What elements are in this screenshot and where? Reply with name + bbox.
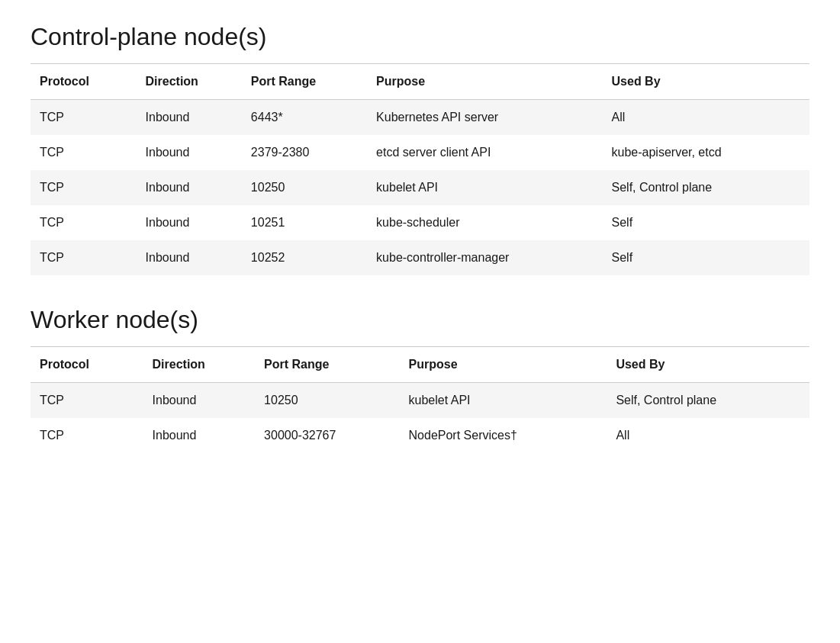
table-cell: TCP [31,135,146,170]
table-cell: kube-scheduler [376,205,611,240]
control-plane-table: Protocol Direction Port Range Purpose Us… [31,64,809,275]
table-cell: All [616,418,809,453]
table-cell: Inbound [153,383,265,419]
table-row: TCPInbound10250kubelet APISelf, Control … [31,170,809,205]
col-header-direction: Direction [146,64,251,100]
worker-node-table: Protocol Direction Port Range Purpose Us… [31,347,809,453]
table-cell: 10250 [264,383,408,419]
table-row: TCPInbound2379-2380etcd server client AP… [31,135,809,170]
col-header-purpose-w: Purpose [409,347,616,383]
table-cell: Kubernetes API server [376,100,611,136]
table-cell: kube-controller-manager [376,240,611,275]
worker-node-title: Worker node(s) [31,306,809,334]
table-cell: Inbound [146,100,251,136]
col-header-used-by: Used By [612,64,809,100]
table-row: TCPInbound30000-32767NodePort Services†A… [31,418,809,453]
table-cell: kube-apiserver, etcd [612,135,809,170]
table-cell: NodePort Services† [409,418,616,453]
table-cell: TCP [31,383,153,419]
table-row: TCPInbound10250kubelet APISelf, Control … [31,383,809,419]
table-row: TCPInbound6443*Kubernetes API serverAll [31,100,809,136]
col-header-port-range-w: Port Range [264,347,408,383]
table-cell: Self, Control plane [612,170,809,205]
table-cell: TCP [31,170,146,205]
worker-node-section: Worker node(s) Protocol Direction Port R… [31,306,809,453]
table-cell: TCP [31,205,146,240]
table-cell: etcd server client API [376,135,611,170]
table-cell: TCP [31,240,146,275]
table-cell: Inbound [153,418,265,453]
table-cell: Self [612,205,809,240]
table-cell: Inbound [146,240,251,275]
table-cell: 30000-32767 [264,418,408,453]
table-cell: kubelet API [376,170,611,205]
worker-node-header-row: Protocol Direction Port Range Purpose Us… [31,347,809,383]
table-cell: kubelet API [409,383,616,419]
table-cell: Self, Control plane [616,383,809,419]
table-cell: TCP [31,418,153,453]
table-cell: 6443* [251,100,376,136]
control-plane-header-row: Protocol Direction Port Range Purpose Us… [31,64,809,100]
table-cell: Inbound [146,170,251,205]
table-cell: 10251 [251,205,376,240]
table-cell: All [612,100,809,136]
table-cell: 10252 [251,240,376,275]
col-header-direction-w: Direction [153,347,265,383]
control-plane-title: Control-plane node(s) [31,23,809,51]
table-cell: 2379-2380 [251,135,376,170]
table-cell: Inbound [146,205,251,240]
table-cell: TCP [31,100,146,136]
table-row: TCPInbound10252kube-controller-managerSe… [31,240,809,275]
col-header-protocol-w: Protocol [31,347,153,383]
col-header-protocol: Protocol [31,64,146,100]
table-row: TCPInbound10251kube-schedulerSelf [31,205,809,240]
col-header-purpose: Purpose [376,64,611,100]
table-cell: 10250 [251,170,376,205]
col-header-port-range: Port Range [251,64,376,100]
col-header-used-by-w: Used By [616,347,809,383]
table-cell: Inbound [146,135,251,170]
table-cell: Self [612,240,809,275]
control-plane-section: Control-plane node(s) Protocol Direction… [31,23,809,275]
